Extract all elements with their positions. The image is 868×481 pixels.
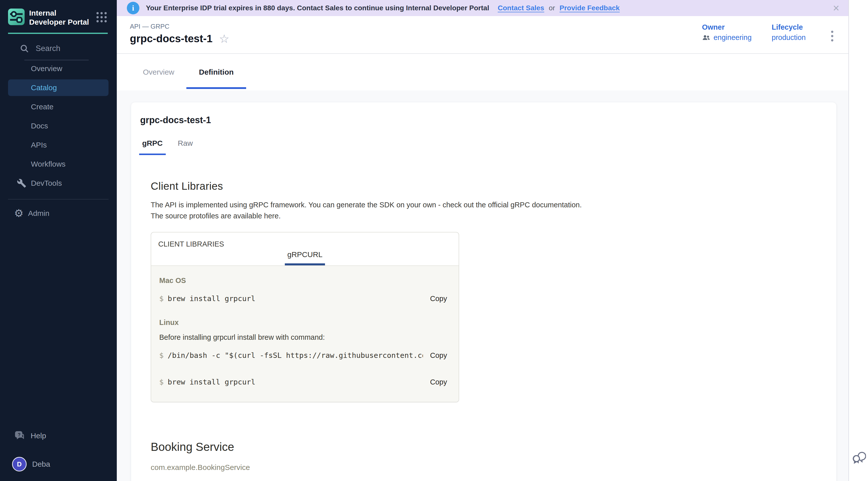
sidebar-divider: [8, 199, 108, 200]
sidebar-item-workflows[interactable]: Workflows: [0, 156, 117, 172]
favorite-star-icon[interactable]: ☆: [219, 33, 229, 44]
trial-banner: i Your Enterprise IDP trial expires in 8…: [117, 0, 848, 16]
lifecycle-label: Lifecycle: [772, 23, 806, 31]
right-gutter: [848, 0, 868, 481]
more-options-icon[interactable]: [830, 29, 835, 43]
owner-block: Owner engineering: [702, 23, 752, 42]
entity-tabs: Overview Definition: [117, 54, 848, 90]
booking-service-package: com.example.BookingService: [151, 463, 836, 472]
sidebar-item-docs[interactable]: Docs: [0, 118, 117, 134]
command-row-linux-grpcurl: $ brew install grpcurl Copy: [159, 378, 447, 386]
svg-text:?: ?: [18, 432, 21, 437]
booking-service-section: Booking Service com.example.BookingServi…: [151, 440, 836, 481]
client-libraries-paragraph-line2: The source protofiles are available here…: [151, 210, 836, 221]
copy-button[interactable]: Copy: [430, 295, 447, 303]
provide-feedback-link[interactable]: Provide Feedback: [560, 4, 620, 12]
info-icon: i: [127, 2, 140, 14]
chat-feedback-launcher-icon[interactable]: [852, 449, 866, 470]
command-text: /bin/bash -c "$(curl -fsSL https://raw.g…: [167, 351, 423, 360]
sidebar: Internal Developer Portal Search Overvie…: [0, 0, 117, 481]
app-title: Internal Developer Portal: [29, 8, 89, 27]
linux-label: Linux: [159, 319, 447, 327]
shell-prompt: $: [159, 294, 163, 303]
search-icon: [20, 44, 29, 53]
entity-header: API — GRPC grpc-docs-test-1 ☆ Owner engi…: [117, 16, 848, 54]
tab-grpc[interactable]: gRPC: [142, 139, 163, 155]
close-icon[interactable]: ×: [833, 2, 839, 13]
people-icon: [702, 34, 711, 41]
shell-prompt: $: [159, 351, 163, 360]
definition-card-title: grpc-docs-test-1: [140, 115, 836, 125]
booking-service-heading: Booking Service: [151, 440, 836, 454]
wrench-icon: [16, 178, 27, 188]
user-menu[interactable]: D Deba: [12, 457, 50, 472]
lifecycle-block: Lifecycle production: [772, 23, 806, 42]
content-area: grpc-docs-test-1 gRPC Raw Client Librari…: [117, 90, 848, 481]
help-button[interactable]: ? Help: [14, 430, 46, 441]
copy-button[interactable]: Copy: [430, 351, 447, 360]
client-libraries-box-label: CLIENT LIBRARIES: [151, 233, 459, 248]
breadcrumb[interactable]: API — GRPC: [130, 23, 169, 30]
search-input[interactable]: Search: [20, 44, 60, 53]
sidebar-item-devtools[interactable]: DevTools: [0, 175, 117, 191]
copy-button[interactable]: Copy: [430, 378, 447, 386]
app-switcher-icon[interactable]: [96, 12, 107, 22]
app-logo-icon: [8, 8, 25, 25]
sidebar-item-catalog[interactable]: Catalog: [8, 80, 108, 96]
tab-grpcurl[interactable]: gRPCURL: [279, 250, 331, 265]
contact-sales-link[interactable]: Contact Sales: [498, 4, 544, 12]
command-text: brew install grpcurl: [167, 378, 423, 386]
owner-value[interactable]: engineering: [714, 33, 752, 42]
sidebar-menu: Overview Catalog Create Docs APIs Workfl…: [0, 60, 117, 219]
banner-or-text: or: [549, 4, 555, 12]
main-area: i Your Enterprise IDP trial expires in 8…: [117, 0, 848, 481]
client-libraries-heading: Client Libraries: [151, 180, 836, 192]
tab-overview[interactable]: Overview: [143, 54, 174, 90]
gear-icon: ⚙: [14, 208, 24, 219]
command-text: brew install grpcurl: [167, 294, 423, 303]
sidebar-item-admin[interactable]: ⚙ Admin: [0, 208, 117, 219]
definition-card: grpc-docs-test-1 gRPC Raw Client Librari…: [131, 102, 837, 481]
command-row-macos: $ brew install grpcurl Copy: [159, 294, 447, 303]
client-libraries-box: CLIENT LIBRARIES gRPCURL Mac OS $ brew i…: [151, 232, 459, 402]
user-name: Deba: [32, 460, 50, 469]
page-title: grpc-docs-test-1: [130, 33, 213, 45]
search-placeholder: Search: [36, 44, 60, 53]
help-chat-icon: ?: [14, 430, 25, 441]
lifecycle-value: production: [772, 33, 806, 42]
sidebar-divider-teal: [8, 33, 108, 34]
sidebar-item-overview[interactable]: Overview: [0, 60, 117, 77]
sidebar-item-create[interactable]: Create: [0, 98, 117, 115]
tab-raw[interactable]: Raw: [178, 139, 193, 155]
trial-banner-message: Your Enterprise IDP trial expires in 880…: [146, 4, 489, 12]
owner-label: Owner: [702, 23, 752, 31]
command-row-linux-brew: $ /bin/bash -c "$(curl -fsSL https://raw…: [159, 351, 447, 360]
sidebar-item-apis[interactable]: APIs: [0, 137, 117, 153]
shell-prompt: $: [159, 378, 163, 386]
client-libraries-paragraph-line1: The API is implemented using gRPC framew…: [151, 199, 836, 210]
macos-label: Mac OS: [159, 276, 447, 285]
tab-definition[interactable]: Definition: [199, 54, 234, 90]
linux-note: Before installing grpcurl install brew w…: [159, 333, 447, 341]
avatar: D: [12, 457, 27, 472]
help-label: Help: [31, 431, 46, 440]
definition-format-tabs: gRPC Raw: [142, 139, 836, 155]
client-libraries-box-body: Mac OS $ brew install grpcurl Copy Linux…: [151, 265, 459, 402]
